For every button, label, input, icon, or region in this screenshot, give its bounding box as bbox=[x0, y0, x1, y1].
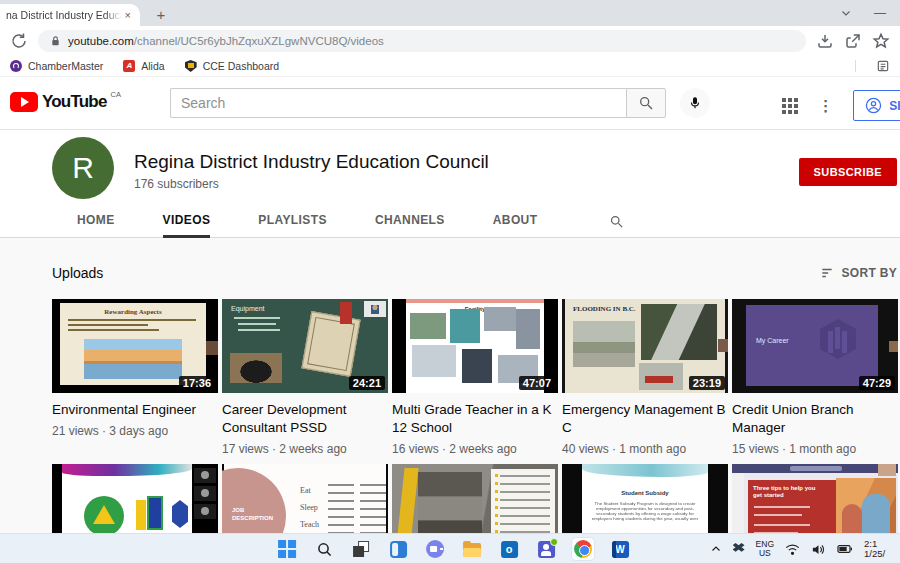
video-thumbnail[interactable]: Rewarding Aspects 17:36 bbox=[52, 299, 218, 393]
teams-chat-button[interactable] bbox=[423, 537, 447, 561]
video-thumbnail[interactable] bbox=[392, 464, 558, 533]
bookmark-star-icon[interactable] bbox=[872, 32, 890, 50]
youtube-apps-icon[interactable] bbox=[782, 98, 798, 114]
youtube-settings-kebab-icon[interactable]: ⋮ bbox=[818, 97, 833, 115]
screen: na District Industry Educatio × + — yout… bbox=[0, 0, 900, 563]
video-card[interactable]: Rewarding Aspects 17:36 Environmental En… bbox=[52, 299, 218, 456]
battery-icon[interactable] bbox=[837, 543, 853, 555]
channel-avatar[interactable]: R bbox=[52, 137, 114, 199]
tab-home[interactable]: HOME bbox=[77, 205, 115, 238]
youtube-header: YouTube CA ⋮ SIGN IN bbox=[0, 77, 900, 130]
video-card[interactable]: My Career 47:29 Credit Union Branch Mana… bbox=[732, 299, 898, 456]
mic-button[interactable] bbox=[680, 88, 710, 118]
youtube-play-icon bbox=[10, 92, 38, 112]
video-card[interactable]: Student Subsidy The Student Subsidy Prog… bbox=[562, 464, 728, 533]
video-title[interactable]: Credit Union Branch Manager bbox=[732, 401, 898, 437]
tab-playlists[interactable]: PLAYLISTS bbox=[258, 205, 327, 238]
task-view-button[interactable] bbox=[349, 537, 373, 561]
slide-text: Eat Sleep Teach bbox=[300, 482, 319, 533]
tab-search-chevron-icon[interactable] bbox=[840, 7, 852, 19]
video-duration-badge: 47:29 bbox=[859, 376, 895, 390]
volume-icon[interactable] bbox=[811, 543, 826, 556]
new-tab-button[interactable]: + bbox=[150, 5, 172, 25]
video-meta: 17 views · 2 weeks ago bbox=[222, 442, 388, 456]
subscribe-button[interactable]: SUBSCRIBE bbox=[799, 158, 897, 186]
taskbar-search-button[interactable] bbox=[312, 537, 336, 561]
slide bbox=[62, 464, 192, 533]
slide-title: Three tips to help you get started bbox=[753, 485, 823, 499]
video-card[interactable]: Equipment 24:21 Career Development Consu… bbox=[222, 299, 388, 456]
webcam-overlay bbox=[718, 339, 728, 352]
tab-close-icon[interactable]: × bbox=[122, 9, 134, 21]
tray-chevron-up-icon[interactable] bbox=[710, 543, 722, 555]
video-card[interactable] bbox=[52, 464, 218, 533]
search-input[interactable] bbox=[170, 88, 626, 118]
tab-about[interactable]: ABOUT bbox=[493, 205, 538, 238]
file-explorer-button[interactable] bbox=[460, 537, 484, 561]
video-thumbnail[interactable]: Equipment 24:21 bbox=[222, 299, 388, 393]
dropbox-icon[interactable] bbox=[733, 543, 745, 555]
language-indicator[interactable]: ENG US bbox=[756, 540, 774, 558]
video-card[interactable]: Facility 47:07 Multi Grade Teacher in a … bbox=[392, 299, 558, 456]
slide-paragraph: The Student Subsidy Program is designed … bbox=[591, 501, 699, 521]
bookmark-chambermaster[interactable]: ChamberMaster bbox=[10, 60, 103, 72]
video-card[interactable]: JOB DESCRIPTION Eat Sleep Teach bbox=[222, 464, 388, 533]
wifi-icon[interactable] bbox=[785, 543, 800, 556]
video-card[interactable]: Three tips to help you get started bbox=[732, 464, 898, 533]
video-title[interactable]: Multi Grade Teacher in a K 12 School bbox=[392, 401, 558, 437]
lock-icon bbox=[50, 35, 61, 47]
tab-title: na District Industry Educatio bbox=[6, 9, 122, 21]
webcam-overlay bbox=[889, 341, 898, 352]
video-thumbnail[interactable] bbox=[52, 464, 218, 533]
reload-icon[interactable] bbox=[10, 32, 28, 50]
channel-header: R Regina District Industry Education Cou… bbox=[0, 130, 900, 205]
url-bar[interactable]: youtube.com/channel/UC5r6ybJhZqxuXZLgwNV… bbox=[38, 30, 806, 52]
sort-by-button[interactable]: SORT BY bbox=[820, 266, 897, 280]
video-card[interactable] bbox=[392, 464, 558, 533]
word-button[interactable]: W bbox=[608, 537, 632, 561]
bookmark-cce-dashboard[interactable]: CCE Dashboard bbox=[185, 60, 279, 72]
video-thumbnail[interactable]: My Career 47:29 bbox=[732, 299, 898, 393]
webcam-overlay bbox=[206, 341, 218, 355]
sign-in-button[interactable]: SIGN IN bbox=[853, 90, 900, 121]
video-thumbnail[interactable]: Three tips to help you get started bbox=[732, 464, 898, 533]
channel-tabs: HOME VIDEOS PLAYLISTS CHANNELS ABOUT bbox=[0, 205, 900, 238]
collage-photo bbox=[484, 307, 516, 331]
download-icon[interactable] bbox=[816, 32, 834, 50]
slide: Three tips to help you get started bbox=[748, 480, 836, 533]
share-icon[interactable] bbox=[844, 32, 862, 50]
video-thumbnail[interactable]: Student Subsidy The Student Subsidy Prog… bbox=[562, 464, 728, 533]
taskbar-clock[interactable]: 2:1 1/25/ bbox=[864, 539, 898, 559]
youtube-logo[interactable]: YouTube CA bbox=[10, 92, 121, 112]
channel-search-icon[interactable] bbox=[609, 214, 624, 229]
video-thumbnail[interactable]: Facility 47:07 bbox=[392, 299, 558, 393]
start-button[interactable] bbox=[275, 537, 299, 561]
widgets-button[interactable] bbox=[386, 537, 410, 561]
tab-channels[interactable]: CHANNELS bbox=[375, 205, 445, 238]
truck-photo bbox=[639, 363, 683, 390]
slide-title: Equipment bbox=[231, 305, 264, 312]
bookmarks-bar: ChamberMaster A Alida CCE Dashboard bbox=[0, 56, 900, 77]
video-title[interactable]: Environmental Engineer bbox=[52, 401, 218, 419]
reading-list-icon[interactable] bbox=[876, 59, 890, 73]
search-button[interactable] bbox=[626, 88, 666, 118]
window-minimize-button[interactable]: — bbox=[874, 6, 886, 20]
slide-title: JOB DESCRIPTION bbox=[232, 506, 272, 522]
url-path: /channel/UC5r6ybJhZqxuXZLgwNVCU8Q/videos bbox=[134, 35, 384, 47]
bookmark-alida[interactable]: A Alida bbox=[123, 60, 164, 72]
windows-start-icon bbox=[278, 540, 296, 558]
webcam-overlay bbox=[878, 464, 896, 476]
machinery-photo bbox=[418, 472, 482, 533]
wheat-emblem bbox=[820, 319, 856, 359]
video-thumbnail[interactable]: FLOODING IN B.C. 23:19 bbox=[562, 299, 728, 393]
outlook-button[interactable]: o bbox=[497, 537, 521, 561]
chrome-icon bbox=[574, 540, 592, 558]
video-thumbnail[interactable]: JOB DESCRIPTION Eat Sleep Teach bbox=[222, 464, 388, 533]
teams-button[interactable] bbox=[534, 537, 558, 561]
video-card[interactable]: FLOODING IN B.C. 23:19 Emergency Managem… bbox=[562, 299, 728, 456]
video-title[interactable]: Emergency Management B C bbox=[562, 401, 728, 437]
video-title[interactable]: Career Development Consultant PSSD bbox=[222, 401, 388, 437]
tab-videos[interactable]: VIDEOS bbox=[163, 205, 211, 238]
browser-tab[interactable]: na District Industry Educatio × bbox=[0, 4, 140, 26]
chrome-button[interactable] bbox=[571, 537, 595, 561]
